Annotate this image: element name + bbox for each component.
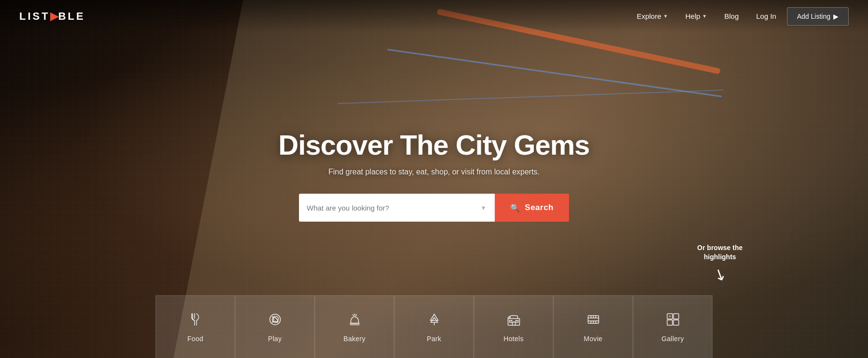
svg-point-20 xyxy=(669,315,671,317)
category-tab-bakery[interactable]: Bakery xyxy=(315,295,394,358)
category-label-play: Play xyxy=(268,335,282,343)
category-tabs: Food Play xyxy=(156,295,713,358)
search-input-wrapper: ▾ xyxy=(299,194,495,222)
browse-highlights: Or browse the highlights ↙ xyxy=(697,243,743,283)
svg-point-0 xyxy=(270,314,280,325)
category-tab-gallery[interactable]: Gallery xyxy=(633,295,713,358)
category-label-gallery: Gallery xyxy=(662,335,684,343)
category-tab-food[interactable]: Food xyxy=(156,295,235,358)
play-icon xyxy=(267,312,283,329)
nav-login[interactable]: Log In xyxy=(749,8,783,24)
nav-blog-label: Blog xyxy=(724,12,739,20)
category-tab-movie[interactable]: Movie xyxy=(554,295,633,358)
explore-chevron-icon: ▼ xyxy=(663,13,668,19)
gallery-icon xyxy=(665,312,680,329)
food-icon xyxy=(188,312,203,329)
nav-login-label: Log In xyxy=(756,12,776,20)
nav-help-label: Help xyxy=(685,12,700,20)
category-label-food: Food xyxy=(187,335,203,343)
search-dropdown-icon[interactable]: ▾ xyxy=(480,202,487,213)
nav-blog[interactable]: Blog xyxy=(718,8,746,24)
add-listing-arrow-icon: ▶ xyxy=(833,13,839,20)
logo-arrow-icon: ▶ xyxy=(50,10,58,23)
svg-rect-5 xyxy=(509,320,512,322)
hero-subtitle: Find great places to stay, eat, shop, or… xyxy=(265,168,603,176)
nav-explore-label: Explore xyxy=(637,12,661,20)
browse-text-line1: Or browse the xyxy=(697,244,743,252)
logo[interactable]: LIST▶BLE xyxy=(19,10,85,23)
hero-title: Discover The City Gems xyxy=(265,129,603,161)
svg-rect-19 xyxy=(673,320,678,325)
bakery-icon xyxy=(347,312,362,329)
nav-links: Explore ▼ Help ▼ Blog Log In Add Listing… xyxy=(630,7,849,26)
nav-explore[interactable]: Explore ▼ xyxy=(630,8,675,24)
logo-text-prefix: LIST xyxy=(19,10,50,23)
category-tab-play[interactable]: Play xyxy=(235,295,315,358)
svg-rect-17 xyxy=(673,314,678,319)
svg-rect-6 xyxy=(515,320,518,322)
add-listing-button[interactable]: Add Listing ▶ xyxy=(787,7,849,26)
search-icon: 🔍 xyxy=(510,203,520,212)
movie-icon xyxy=(585,312,601,329)
svg-rect-18 xyxy=(667,320,672,325)
search-button[interactable]: 🔍 Search xyxy=(495,194,569,222)
add-listing-label: Add Listing xyxy=(797,13,830,20)
category-label-movie: Movie xyxy=(584,335,603,343)
search-bar: ▾ 🔍 Search xyxy=(299,194,569,222)
navbar: LIST▶BLE Explore ▼ Help ▼ Blog Log In Ad… xyxy=(0,0,868,32)
hotels-icon xyxy=(506,312,521,329)
search-button-label: Search xyxy=(525,203,554,212)
park-icon xyxy=(426,312,442,329)
search-input[interactable] xyxy=(307,204,480,212)
category-label-hotels: Hotels xyxy=(503,335,523,343)
category-tab-park[interactable]: Park xyxy=(394,295,474,358)
help-chevron-icon: ▼ xyxy=(702,13,707,19)
category-tab-hotels[interactable]: Hotels xyxy=(474,295,554,358)
category-label-bakery: Bakery xyxy=(343,335,365,343)
nav-help[interactable]: Help ▼ xyxy=(678,8,714,24)
logo-text-suffix: BLE xyxy=(58,10,85,23)
hero-section: LIST▶BLE Explore ▼ Help ▼ Blog Log In Ad… xyxy=(0,0,868,358)
hero-content: Discover The City Gems Find great places… xyxy=(265,129,603,222)
category-label-park: Park xyxy=(427,335,441,343)
